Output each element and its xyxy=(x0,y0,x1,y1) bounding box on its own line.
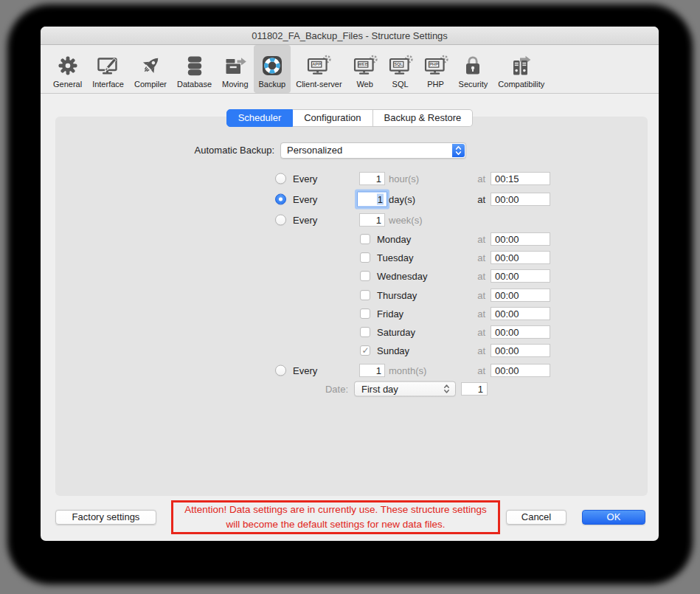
at-label: at xyxy=(467,365,485,376)
hour-schedule-row: Every 1 hour(s) at 00:15 xyxy=(41,171,659,186)
tab-configuration[interactable]: Configuration xyxy=(293,109,372,127)
weekday-label: Friday xyxy=(377,308,403,319)
day-schedule-row: Every 1 day(s) at 00:00 xyxy=(41,192,659,207)
cancel-button[interactable]: Cancel xyxy=(506,510,566,525)
date-day-input[interactable]: 1 xyxy=(461,382,488,396)
day-time-input[interactable]: 00:00 xyxy=(491,193,550,206)
toolbar-item-php[interactable]: PHP PHP xyxy=(418,45,454,93)
every-day-radio[interactable] xyxy=(275,194,286,205)
toolbar-item-security[interactable]: Security xyxy=(454,45,493,93)
toolbar-item-sql[interactable]: SQL SQL xyxy=(383,45,418,93)
toolbar-item-web[interactable]: WEB Web xyxy=(347,45,383,93)
weekday-checkbox[interactable] xyxy=(360,234,370,244)
month-unit-label: month(s) xyxy=(389,365,426,376)
weekday-time-input[interactable]: 00:00 xyxy=(491,289,550,302)
every-month-radio[interactable] xyxy=(275,365,286,376)
scheduler-pane: Scheduler Configuration Backup & Restore… xyxy=(41,94,659,541)
at-label: at xyxy=(467,289,485,300)
interface-icon xyxy=(96,53,121,78)
toolbar-item-client-server[interactable]: APP Client-server xyxy=(291,45,347,93)
weekday-row: Wednesday at 00:00 xyxy=(41,269,659,283)
svg-text:APP: APP xyxy=(313,62,322,66)
weekday-checkbox[interactable] xyxy=(360,345,370,356)
automatic-backup-value: Personalized xyxy=(287,145,342,156)
weekday-label: Monday xyxy=(377,234,411,245)
toolbar-item-compiler[interactable]: Compiler xyxy=(129,45,172,93)
ok-button[interactable]: OK xyxy=(582,510,645,525)
weekday-row: Monday at 00:00 xyxy=(41,232,659,246)
weekday-time-input[interactable]: 00:00 xyxy=(491,232,550,246)
tab-backup-restore[interactable]: Backup & Restore xyxy=(373,109,474,127)
week-count-input[interactable]: 1 xyxy=(359,213,385,227)
stepper-arrows-icon xyxy=(442,383,451,396)
month-count-input[interactable]: 1 xyxy=(359,364,385,377)
tab-bar: Scheduler Configuration Backup & Restore xyxy=(41,109,659,127)
month-time-input[interactable]: 00:00 xyxy=(491,364,550,377)
toolbar-item-moving[interactable]: Moving xyxy=(217,45,253,93)
svg-text:SQL: SQL xyxy=(394,62,403,66)
weekday-checkbox[interactable] xyxy=(360,290,370,300)
weekday-row: Thursday at 00:00 xyxy=(41,288,659,303)
at-label: at xyxy=(467,271,485,282)
at-label: at xyxy=(467,194,485,205)
toolbar-item-interface[interactable]: Interface xyxy=(87,45,129,93)
compatibility-icon xyxy=(509,53,534,78)
lifebuoy-icon xyxy=(260,53,285,78)
gear-icon xyxy=(55,53,80,78)
every-label: Every xyxy=(293,365,317,376)
weekday-row: Tuesday at 00:00 xyxy=(41,250,659,265)
weekday-time-input[interactable]: 00:00 xyxy=(491,269,550,283)
every-hour-radio[interactable] xyxy=(275,173,286,184)
hour-unit-label: hour(s) xyxy=(389,173,419,184)
settings-toolbar: General Interface Compiler Database Movi… xyxy=(41,45,659,94)
stepper-arrows-icon xyxy=(452,144,465,157)
weekday-time-input[interactable]: 00:00 xyxy=(491,251,550,264)
weekday-row: Sunday at 00:00 xyxy=(41,343,659,358)
at-label: at xyxy=(467,173,485,184)
automatic-backup-select[interactable]: Personalized xyxy=(280,142,466,159)
weekday-time-input[interactable]: 00:00 xyxy=(491,325,550,339)
weekday-checkbox[interactable] xyxy=(360,252,370,263)
toolbar-item-compatibility[interactable]: Compatibility xyxy=(493,45,550,93)
toolbar-item-backup[interactable]: Backup xyxy=(254,45,291,93)
title-bar[interactable]: 011802_FA_Backup_Files - Structure Setti… xyxy=(41,27,659,45)
rocket-icon xyxy=(138,53,163,78)
padlock-icon xyxy=(460,53,485,78)
every-label: Every xyxy=(293,173,317,184)
web-server-icon: WEB xyxy=(353,53,378,78)
weekday-row: Friday at 00:00 xyxy=(41,306,659,321)
window-title: 011802_FA_Backup_Files - Structure Setti… xyxy=(252,30,448,41)
date-row: Date: First day 1 xyxy=(41,381,659,396)
week-unit-label: week(s) xyxy=(389,215,423,226)
app-server-icon: APP xyxy=(306,53,331,78)
weekday-checkbox[interactable] xyxy=(360,308,370,319)
at-label: at xyxy=(467,308,485,319)
day-count-input[interactable]: 1 xyxy=(357,192,387,207)
moving-box-icon xyxy=(223,53,248,78)
automatic-backup-label: Automatic Backup: xyxy=(151,145,274,156)
weekday-time-input[interactable]: 00:00 xyxy=(491,344,550,357)
database-icon xyxy=(182,53,207,78)
weekday-label: Thursday xyxy=(377,289,417,300)
at-label: at xyxy=(467,345,485,356)
weekday-time-input[interactable]: 00:00 xyxy=(491,307,550,320)
weekday-checkbox[interactable] xyxy=(360,327,370,337)
hour-count-input[interactable]: 1 xyxy=(359,172,385,185)
weekday-label: Wednesday xyxy=(377,271,427,282)
weekday-label: Saturday xyxy=(377,327,415,338)
date-label: Date: xyxy=(291,384,348,395)
tab-scheduler[interactable]: Scheduler xyxy=(226,109,294,127)
weekday-checkbox[interactable] xyxy=(360,271,370,281)
php-server-icon: PHP xyxy=(423,53,448,78)
structure-settings-window: 011802_FA_Backup_Files - Structure Setti… xyxy=(41,27,659,541)
factory-settings-button[interactable]: Factory settings xyxy=(55,510,156,525)
date-select[interactable]: First day xyxy=(354,381,456,397)
hour-time-input[interactable]: 00:15 xyxy=(491,172,550,185)
svg-text:WEB: WEB xyxy=(358,62,368,66)
toolbar-item-general[interactable]: General xyxy=(48,45,87,93)
weekday-label: Tuesday xyxy=(377,252,413,263)
every-label: Every xyxy=(293,194,317,205)
toolbar-item-database[interactable]: Database xyxy=(172,45,217,93)
every-week-radio[interactable] xyxy=(275,215,286,226)
at-label: at xyxy=(467,234,485,245)
